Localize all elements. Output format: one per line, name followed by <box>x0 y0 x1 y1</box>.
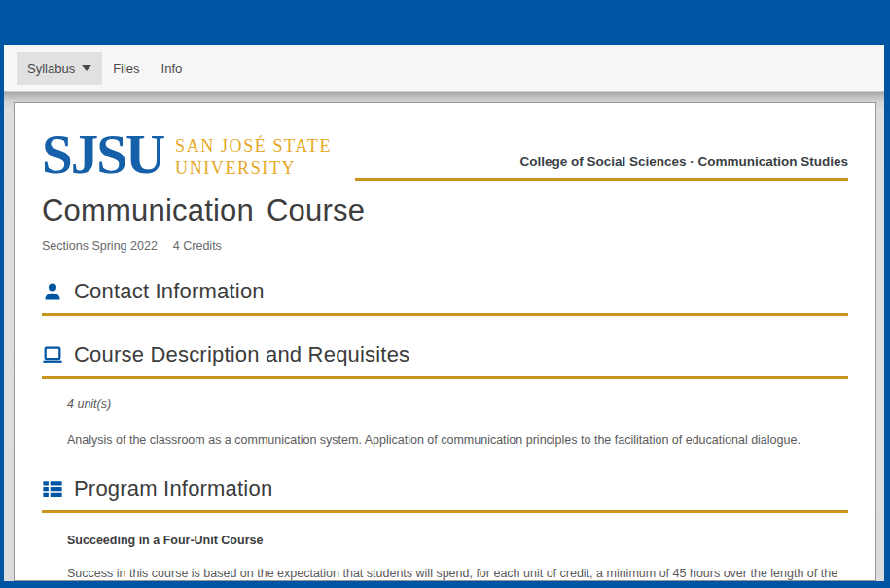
course-title-name: Course <box>267 193 365 228</box>
laptop-icon <box>42 344 63 365</box>
app-frame: Syllabus Files Info SJSU SAN JOSÉ STATE … <box>4 45 884 581</box>
sjsu-logo-acronym: SJSU <box>42 126 163 178</box>
sjsu-logo-line2: UNIVERSITY <box>175 157 332 180</box>
section-title: Program Information <box>74 476 272 502</box>
program-grid-icon <box>42 478 63 500</box>
masthead: SJSU SAN JOSÉ STATE UNIVERSITY College o… <box>42 126 848 181</box>
page-title: Communication Course <box>42 193 848 228</box>
chevron-down-icon <box>82 65 91 71</box>
tab-info[interactable]: Info <box>151 52 194 85</box>
section-program-information: Program Information <box>42 476 848 513</box>
sjsu-logo-line1: SAN JOSÉ STATE <box>175 135 332 157</box>
section-title: Course Description and Requisites <box>74 342 409 367</box>
program-information-body: Succeeding in a Four-Unit Course Success… <box>42 534 848 581</box>
sections-term-label: Sections Spring 2022 <box>42 239 158 253</box>
section-course-description: Course Description and Requisites <box>42 342 848 379</box>
tab-files-label: Files <box>113 61 139 76</box>
units-text: 4 unit(s) <box>67 398 848 411</box>
credits-label: 4 Credits <box>173 239 222 253</box>
tab-syllabus-label: Syllabus <box>27 61 75 76</box>
page: { "theme": { "sjsu_blue": "#0055A2", "sj… <box>0 0 890 588</box>
breadcrumb: College of Social Sciences · Communicati… <box>355 155 848 181</box>
workspace-background: SJSU SAN JOSÉ STATE UNIVERSITY College o… <box>4 92 884 581</box>
course-title-department: Communication <box>42 193 254 228</box>
tab-files[interactable]: Files <box>102 52 150 85</box>
sjsu-logo: SJSU SAN JOSÉ STATE UNIVERSITY <box>42 126 332 181</box>
course-meta: Sections Spring 2022 4 Credits <box>42 239 848 253</box>
tab-syllabus[interactable]: Syllabus <box>17 52 102 85</box>
section-title: Contact Information <box>74 279 265 304</box>
person-icon <box>42 281 63 302</box>
tab-info-label: Info <box>161 61 183 76</box>
program-paragraph: Success in this course is based on the e… <box>67 564 848 581</box>
syllabus-card: SJSU SAN JOSÉ STATE UNIVERSITY College o… <box>14 102 876 581</box>
tab-bar: Syllabus Files Info <box>4 45 884 92</box>
sjsu-logo-wordmark: SAN JOSÉ STATE UNIVERSITY <box>175 126 332 181</box>
program-subheading: Succeeding in a Four-Unit Course <box>67 534 848 547</box>
section-contact-information: Contact Information <box>42 279 848 316</box>
course-description-body: 4 unit(s) Analysis of the classroom as a… <box>42 398 848 450</box>
course-description-text: Analysis of the classroom as a communica… <box>67 432 848 450</box>
